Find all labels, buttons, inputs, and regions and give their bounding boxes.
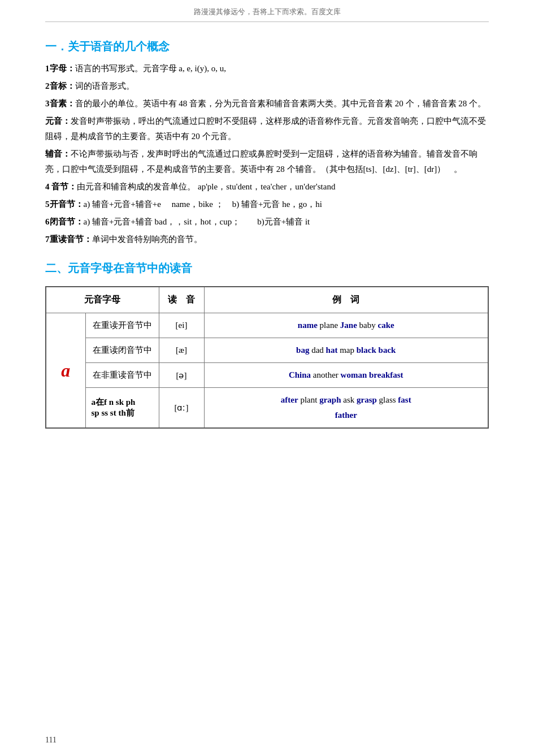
examples-cell-1: name plane Jane baby cake	[204, 313, 488, 338]
item-2: 2音标：词的语音形式。	[45, 79, 489, 94]
item2-label: 音标：	[50, 81, 75, 90]
ex-map: map	[340, 345, 357, 355]
item-4: 4 音节：由元音和辅音构成的发音单位。 ap'ple，stu'dent，tea'…	[45, 179, 489, 195]
item5-label: 开音节：	[50, 200, 84, 209]
header-vowel: 元音字母	[46, 287, 159, 313]
section1-content: 1字母：语言的书写形式。元音字母 a, e, i(y), o, u, 2音标：词…	[45, 61, 489, 247]
table-header-row: 元音字母 读 音 例 词	[46, 287, 488, 313]
condition-cell-3: 在非重读音节中	[85, 363, 159, 388]
condition-4-text: a在f n sk phsp ss st th前	[92, 398, 136, 417]
ex-father: father	[335, 411, 357, 420]
ex-after: after	[281, 395, 298, 404]
item4-content: 由元音和辅音构成的发音单位。 ap'ple，stu'dent，tea'cher，…	[77, 182, 335, 191]
examples-cell-2: bag dad hat map black back	[204, 338, 488, 363]
ex-name: name	[298, 321, 318, 330]
fuyin-label: 辅音：	[45, 149, 71, 158]
item2-content: 词的语音形式。	[75, 81, 134, 90]
vocab-table: 元音字母 读 音 例 词 a 在重读开音节中 [ei] name plane	[45, 286, 489, 429]
item-7: 7重读音节：单词中发音特别响亮的音节。	[45, 232, 489, 247]
item-fuyin: 辅音：不论声带振动与否，发声时呼出的气流通过口腔或鼻腔时受到一定阻碍，这样的语音…	[45, 146, 489, 177]
ex-baby: baby	[359, 321, 378, 330]
ex-jane: Jane	[340, 321, 357, 330]
header-examples: 例 词	[204, 287, 488, 313]
ex-hat: hat	[326, 345, 338, 355]
ex-black: black	[357, 345, 376, 355]
page-header: 路漫漫其修远兮，吾将上下而求索。百度文库	[45, 0, 489, 22]
phonetic-cell-4: [ɑː]	[159, 388, 204, 429]
vowel-letter-a: a	[61, 360, 70, 381]
header-phonetic: 读 音	[159, 287, 204, 313]
ex-ask: ask	[343, 395, 357, 404]
item6-label: 闭音节：	[50, 217, 84, 226]
item3-content: 音的最小的单位。英语中有 48 音素，分为元音音素和辅音音素两大类。其中元音音素…	[75, 99, 487, 108]
ex-plant: plant	[300, 395, 319, 404]
ex-bag: bag	[296, 345, 309, 355]
table-row: 在非重读音节中 [ə] China another woman breakfas…	[46, 363, 488, 388]
condition-cell-1: 在重读开音节中	[85, 313, 159, 338]
item-3: 3音素：音的最小的单位。英语中有 48 音素，分为元音音素和辅音音素两大类。其中…	[45, 96, 489, 111]
item2-number: 2	[45, 81, 50, 90]
item6-number: 6	[45, 217, 50, 226]
table-row: a 在重读开音节中 [ei] name plane Jane baby cake	[46, 313, 488, 338]
fuyin-content: 不论声带振动与否，发声时呼出的气流通过口腔或鼻腔时受到一定阻碍，这样的语音称为辅…	[45, 149, 477, 174]
item7-number: 7	[45, 235, 50, 244]
ex-plane: plane	[320, 321, 340, 330]
item7-content: 单词中发音特别响亮的音节。	[92, 235, 202, 244]
item1-content: 语言的书写形式。元音字母 a, e, i(y), o, u,	[75, 64, 226, 73]
ex-graph: graph	[319, 395, 341, 404]
section2: 二、元音字母在音节中的读音 元音字母 读 音 例 词 a 在重读开音节中 [ei…	[45, 261, 489, 429]
condition-cell-2: 在重读闭音节中	[85, 338, 159, 363]
table-row: a在f n sk phsp ss st th前 [ɑː] after plant…	[46, 388, 488, 429]
item1-number: 1	[45, 64, 50, 73]
table-row: 在重读闭音节中 [æ] bag dad hat map black back	[46, 338, 488, 363]
item6-content: a) 辅音+元音+辅音 bad，，sit，hot，cup； b)元音+辅音 it	[84, 217, 310, 226]
page-number: 111	[45, 736, 57, 745]
phonetic-cell-1: [ei]	[159, 313, 204, 338]
item4-number: 4	[45, 182, 50, 191]
vowel-a-cell: a	[46, 313, 85, 429]
yuanyin-content: 发音时声带振动，呼出的气流通过口腔时不受阻碍，这样形成的语音称作元音。元音发音响…	[45, 116, 486, 141]
ex-grasp: grasp	[357, 395, 377, 404]
item3-number: 3	[45, 99, 50, 108]
item4-label: 音节：	[50, 182, 77, 191]
page-container: 路漫漫其修远兮，吾将上下而求索。百度文库 一．关于语音的几个概念 1字母：语言的…	[0, 0, 534, 756]
item-6: 6闭音节：a) 辅音+元音+辅音 bad，，sit，hot，cup； b)元音+…	[45, 214, 489, 230]
item3-label: 音素：	[50, 99, 75, 108]
ex-woman: woman	[341, 370, 367, 379]
ex-fast: fast	[398, 395, 411, 404]
section1-title: 一．关于语音的几个概念	[45, 39, 489, 54]
ex-china: China	[289, 370, 311, 379]
header-text: 路漫漫其修远兮，吾将上下而求索。百度文库	[194, 7, 341, 16]
phonetic-cell-3: [ə]	[159, 363, 204, 388]
yuanyin-label: 元音：	[45, 116, 71, 126]
ex-breakfast: breakfast	[369, 370, 403, 379]
item7-label: 重读音节：	[50, 235, 92, 244]
examples-cell-3: China another woman breakfast	[204, 363, 488, 388]
ex-another: another	[313, 370, 341, 379]
ex-dad: dad	[311, 345, 325, 355]
item-1: 1字母：语言的书写形式。元音字母 a, e, i(y), o, u,	[45, 61, 489, 76]
item1-label: 字母：	[50, 64, 75, 73]
item5-number: 5	[45, 200, 50, 209]
ex-cake: cake	[377, 321, 394, 330]
section1: 一．关于语音的几个概念 1字母：语言的书写形式。元音字母 a, e, i(y),…	[45, 39, 489, 247]
phonetic-cell-2: [æ]	[159, 338, 204, 363]
item-5: 5开音节：a) 辅音+元音+辅音+e name，bike ； b) 辅音+元音 …	[45, 197, 489, 212]
section2-title: 二、元音字母在音节中的读音	[45, 261, 489, 276]
ex-glass: glass	[379, 395, 398, 404]
condition-cell-4: a在f n sk phsp ss st th前	[85, 388, 159, 429]
item-yuanyin: 元音：发音时声带振动，呼出的气流通过口腔时不受阻碍，这样形成的语音称作元音。元音…	[45, 114, 489, 144]
ex-back: back	[379, 345, 396, 355]
examples-cell-4: after plant graph ask grasp glass fast f…	[204, 388, 488, 429]
item5-content: a) 辅音+元音+辅音+e name，bike ； b) 辅音+元音 he，go…	[84, 200, 323, 209]
